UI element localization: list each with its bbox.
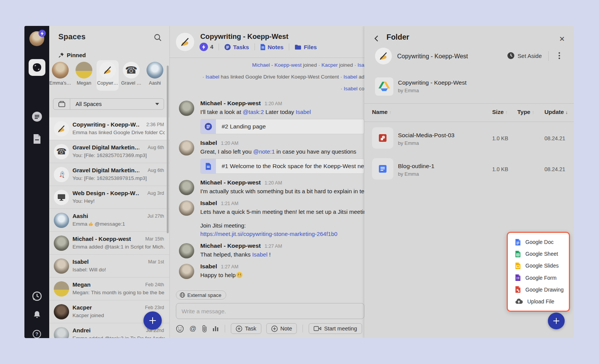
conversation-megan[interactable]: Megan Feb 24th Megan: This month is goin… [49,277,169,300]
column-header-name[interactable]: Name ↑ [372,109,391,115]
panel-title: Folder [386,33,409,42]
sidebar-scrollbar[interactable] [167,66,169,233]
tab-tasks[interactable]: Tasks [224,44,249,50]
pinned-space-gravel[interactable]: ☎ Gravel … [120,60,142,86]
menu-item-google-doc[interactable]: Google Doc [508,236,569,248]
sort-down-icon: ↓ [565,110,568,115]
rail-item-tasks[interactable] [24,111,49,122]
tab-files[interactable]: Files [295,44,317,50]
menu-item-google-form[interactable]: Google Form [508,272,569,284]
conversation-michael[interactable]: Michael - Koepp-west Mar 15th Emma added… [49,232,169,255]
rail-item-spaces[interactable] [24,59,49,76]
drive-folder-name[interactable]: Copywriting - Koepp-West [398,79,467,86]
pinned-space-aashi[interactable]: Aashi [144,60,166,86]
chevron-down-icon [155,103,159,105]
user-avatar[interactable] [29,31,44,46]
rail-item-notes[interactable] [24,134,49,144]
system-message: · Isabel has linked Google Drive folder … [179,71,364,83]
message-list: Michael - Koepp-west joined · Kacper joi… [170,58,364,289]
note-page-icon [260,44,266,50]
avatar [54,304,69,319]
notes-page-icon [32,134,42,144]
start-meeting-button[interactable]: Start meeting [309,323,362,334]
system-message: · Isabel co [179,83,364,95]
jitsi-meeting-link[interactable]: https://meet.jit.si/copywriting-stone-ma… [200,231,337,237]
system-message: Michael - Koepp-west joined · Kacper joi… [179,59,364,71]
pinned-space-emmas[interactable]: Emma's… [49,60,71,86]
google-doc-icon [515,239,521,246]
rail-item-notifications[interactable] [24,310,49,320]
spaces-sidebar: Spaces Pinned Emma's… Megan Copywr… [49,26,169,338]
chat-tabs: 4 Tasks Notes Files [200,43,317,51]
add-note-button[interactable]: Note [266,323,297,334]
archive-box-icon[interactable] [53,99,70,109]
avatar [76,62,92,79]
lightning-badge-icon [200,43,208,51]
pinned-section-label: Pinned [58,52,86,58]
pinned-spaces-row: Emma's… Megan Copywr… ☎ Gravel … Aashi [49,60,169,93]
poll-icon[interactable] [212,325,219,332]
back-button[interactable] [374,35,378,42]
message-input[interactable] [176,303,364,319]
sidebar-title: Spaces [58,32,85,41]
avatar [54,236,69,251]
mention-icon[interactable]: @ [189,325,197,333]
chat-title: Copywriting - Koepp-West [200,32,288,41]
task-attachment-card[interactable]: #2 Landing page [200,119,364,134]
set-aside-button[interactable]: Set Aside [507,52,542,59]
avatar[interactable] [179,264,194,279]
column-header-size[interactable]: Size ↑ [492,109,507,115]
menu-item-google-slides[interactable]: Google Slides [508,260,569,271]
conversation-gravel-2[interactable]: Gravel Digital Marketin… Aug 6th You: [F… [49,163,169,186]
more-options-icon[interactable] [559,52,560,59]
rail-item-help[interactable]: ? [24,330,49,338]
avatar[interactable] [179,140,194,156]
phone-icon: ☎ [123,62,140,79]
menu-item-google-drawing[interactable]: Google Drawing [508,284,569,295]
pinned-space-copywriting[interactable]: Copywr… [97,60,119,91]
plus-icon [148,316,157,325]
avatar[interactable] [179,180,194,195]
new-space-button[interactable] [143,311,162,330]
message: Michael - Koepp-west1:27 AM That helped,… [179,242,364,258]
pinned-space-megan[interactable]: Megan [73,60,95,86]
google-form-icon [515,274,521,281]
video-camera-icon [314,326,321,331]
avatar[interactable] [179,101,194,116]
plus-icon [552,317,560,325]
set-aside-clock-icon [507,52,515,59]
avatar[interactable] [179,200,194,216]
all-spaces-filter[interactable]: All Spaces [53,98,164,110]
conversation-gravel-1[interactable]: ☎ Gravel Digital Marketin… Aug 6th You: … [49,140,169,163]
chat-header: Copywriting - Koepp-West 4 Tasks Notes [170,26,364,58]
add-task-button[interactable]: Task [231,323,261,334]
attach-file-icon[interactable] [202,325,207,333]
emoji-icon[interactable] [176,325,184,333]
pin-icon [58,52,64,58]
external-space-chip: External space [176,290,226,300]
close-icon[interactable]: × [559,34,565,43]
conversation-aashi[interactable]: Aashi Jul 27th Emma @message:1 [49,209,169,232]
column-header-update[interactable]: Update ↓ [544,109,568,115]
tab-notes[interactable]: Notes [260,44,284,50]
avatar [52,62,69,79]
message: Isabel1:20 AM Great, I also left you @no… [179,140,364,174]
conversation-webdesign[interactable]: Web Design - Koepp-W… Aug 3rd You: Hey! [49,186,169,209]
drive-folder-author: by Emma [398,88,419,93]
conversation-isabel[interactable]: Isabel Mar 1st Isabel: Will do! [49,255,169,277]
avatar [54,213,69,228]
rail-item-history[interactable] [24,291,49,301]
menu-item-upload-file[interactable]: Upload File [508,296,569,307]
message: Michael - Koepp-west1:20 AM I'll take a … [179,100,364,134]
add-file-button[interactable] [548,313,565,329]
conversation-copywriting[interactable]: Copywriting - Koepp-W… 2:36 PM Emma has … [49,117,169,140]
menu-item-google-sheet[interactable]: Google Sheet [508,248,569,260]
google-drawing-icon [515,286,521,293]
phone-icon: ☎ [54,144,69,159]
rocket-icon [54,167,69,182]
avatar[interactable] [179,243,194,258]
column-header-type[interactable]: Type ↑ [517,109,534,115]
search-button[interactable] [154,34,162,42]
note-attachment-card[interactable]: #1 Welcome to the Rock space for the Koe… [200,159,364,174]
tab-quick-actions[interactable]: 4 [200,43,213,51]
